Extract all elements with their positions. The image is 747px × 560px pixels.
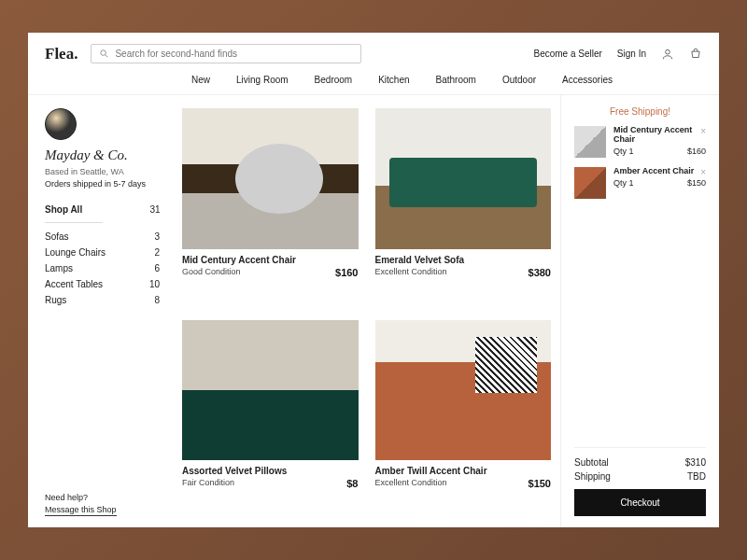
product-condition: Excellent Condition	[375, 478, 447, 489]
shop-avatar[interactable]	[45, 108, 77, 140]
product-title: Emerald Velvet Sofa	[375, 255, 552, 265]
nav-living-room[interactable]: Living Room	[236, 75, 289, 85]
checkout-button[interactable]: Checkout	[574, 489, 706, 516]
cat-label: Lamps	[45, 263, 73, 273]
shop-all-label: Shop All	[45, 204, 82, 215]
product-grid: Mid Century Accent Chair Good Condition$…	[173, 95, 560, 527]
top-links: Become a Seller Sign In	[533, 48, 702, 61]
user-icon[interactable]	[661, 48, 674, 61]
cart-item-thumb	[574, 126, 606, 158]
subtotal-label: Subtotal	[574, 457, 609, 468]
cart-item: Amber Accent Chair Qty 1$150 ×	[574, 167, 706, 199]
product-price: $160	[335, 267, 358, 278]
product-title: Assorted Velvet Pillows	[182, 466, 359, 476]
sidebar-cat-lamps[interactable]: Lamps6	[45, 260, 160, 276]
sidebar-shop-all[interactable]: Shop All 31	[45, 202, 103, 223]
svg-point-0	[101, 50, 106, 56]
cart-item-price: $160	[687, 147, 706, 156]
cart-item-qty: Qty 1	[613, 178, 634, 188]
product-thumb	[375, 108, 552, 249]
category-nav: New Living Room Bedroom Kitchen Bathroom…	[28, 69, 719, 95]
cat-label: Accent Tables	[45, 279, 103, 289]
svg-line-1	[106, 55, 107, 57]
product-price: $380	[529, 267, 551, 278]
shop-sidebar: Mayday & Co. Based in Seattle, WA Orders…	[28, 95, 173, 527]
nav-bathroom[interactable]: Bathroom	[436, 75, 476, 85]
sidebar-cat-sofas[interactable]: Sofas3	[45, 229, 160, 245]
cart-item: Mid Century Accent Chair Qty 1$160 ×	[574, 126, 706, 158]
shipping-value: TBD	[687, 471, 706, 482]
sidebar-cat-accent-tables[interactable]: Accent Tables10	[45, 276, 160, 292]
product-thumb	[375, 320, 552, 461]
shop-location: Based in Seattle, WA	[45, 167, 160, 176]
shop-all-count: 31	[149, 204, 160, 215]
sidebar-footer: Need help? Message this Shop	[45, 493, 160, 516]
shop-name: Mayday & Co.	[45, 147, 160, 163]
app-window: Flea. Become a Seller Sign In New Living…	[28, 33, 719, 527]
cart-item-thumb	[574, 167, 606, 199]
product-title: Mid Century Accent Chair	[182, 255, 359, 265]
nav-bedroom[interactable]: Bedroom	[315, 75, 353, 85]
product-card[interactable]: Mid Century Accent Chair Good Condition$…	[182, 108, 359, 303]
topbar: Flea. Become a Seller Sign In	[28, 33, 719, 69]
product-price: $8	[346, 478, 358, 489]
product-thumb	[182, 320, 359, 461]
cart-item-name: Amber Accent Chair	[613, 167, 706, 176]
cart-icon[interactable]	[689, 48, 702, 61]
message-shop-link[interactable]: Message this Shop	[45, 505, 117, 516]
product-condition: Excellent Condition	[375, 267, 447, 278]
cart-item-name: Mid Century Accent Chair	[613, 126, 706, 145]
product-condition: Good Condition	[182, 267, 241, 278]
cat-count: 8	[154, 295, 160, 305]
cat-label: Lounge Chairs	[45, 247, 106, 258]
remove-item-icon[interactable]: ×	[700, 126, 706, 136]
sign-in-link[interactable]: Sign In	[617, 49, 646, 59]
product-title: Amber Twill Accent Chair	[375, 466, 552, 476]
nav-accessories[interactable]: Accessories	[562, 75, 613, 85]
brand-logo[interactable]: Flea.	[45, 45, 78, 63]
subtotal-value: $310	[685, 457, 706, 468]
need-help-label: Need help?	[45, 493, 160, 502]
shop-shipping-info: Orders shipped in 5-7 days	[45, 179, 160, 189]
cart-panel: Free Shipping! Mid Century Accent Chair …	[560, 95, 719, 527]
nav-kitchen[interactable]: Kitchen	[378, 75, 409, 85]
search-icon	[99, 49, 109, 59]
cat-count: 2	[154, 247, 160, 258]
main-content: Mayday & Co. Based in Seattle, WA Orders…	[28, 95, 719, 527]
sidebar-cat-lounge-chairs[interactable]: Lounge Chairs2	[45, 245, 160, 260]
become-seller-link[interactable]: Become a Seller	[533, 49, 601, 59]
cat-count: 3	[154, 231, 160, 242]
product-card[interactable]: Emerald Velvet Sofa Excellent Condition$…	[375, 108, 552, 303]
cat-label: Rugs	[45, 295, 66, 305]
free-shipping-banner: Free Shipping!	[574, 106, 706, 117]
product-card[interactable]: Assorted Velvet Pillows Fair Condition$8	[182, 320, 359, 515]
remove-item-icon[interactable]: ×	[700, 167, 706, 177]
search-box[interactable]	[91, 44, 361, 63]
cat-count: 10	[149, 279, 160, 289]
product-price: $150	[529, 478, 551, 489]
sidebar-cat-rugs[interactable]: Rugs8	[45, 292, 160, 308]
svg-point-2	[666, 49, 670, 54]
product-thumb	[182, 108, 359, 249]
product-card[interactable]: Amber Twill Accent Chair Excellent Condi…	[375, 320, 552, 515]
cart-item-qty: Qty 1	[613, 147, 634, 156]
nav-new[interactable]: New	[191, 75, 210, 85]
cat-label: Sofas	[45, 231, 69, 242]
cart-summary: Subtotal$310 ShippingTBD Checkout	[574, 447, 706, 516]
product-condition: Fair Condition	[182, 478, 234, 489]
cart-item-price: $150	[687, 178, 706, 188]
cat-count: 6	[154, 263, 160, 273]
nav-outdoor[interactable]: Outdoor	[502, 75, 536, 85]
search-input[interactable]	[115, 49, 353, 59]
shipping-label: Shipping	[574, 471, 611, 482]
